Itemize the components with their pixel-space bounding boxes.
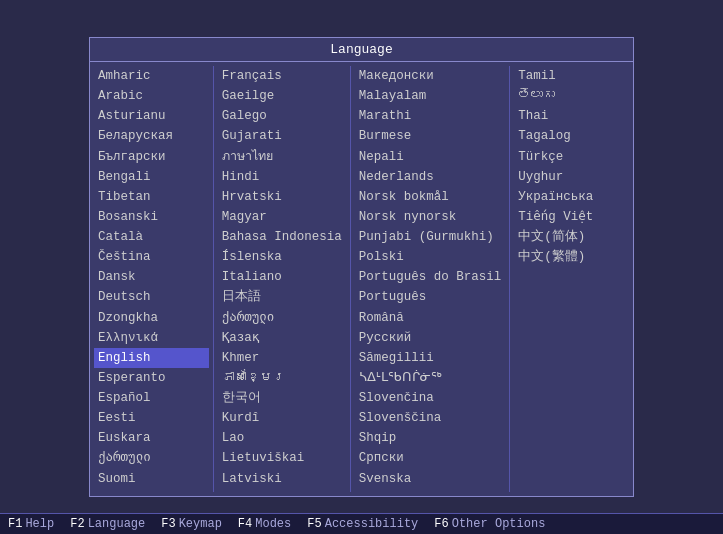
language-item[interactable]: Қазақ — [218, 328, 346, 348]
language-item[interactable]: Македонски — [355, 66, 506, 86]
language-item[interactable]: Ελληνικά — [94, 328, 209, 348]
language-item[interactable]: తెలుగు — [514, 86, 629, 106]
statusbar-label: Keymap — [179, 517, 222, 531]
language-item[interactable]: Suomi — [94, 469, 209, 489]
language-dialog: Language AmharicArabicAsturianuБеларуска… — [89, 37, 634, 497]
dialog-body: AmharicArabicAsturianuБеларускаяБългарск… — [90, 62, 633, 496]
language-item[interactable]: Tibetan — [94, 187, 209, 207]
language-item[interactable]: 한국어 — [218, 388, 346, 408]
statusbar-label: Accessibility — [325, 517, 419, 531]
language-item[interactable]: Bosanski — [94, 207, 209, 227]
language-item[interactable]: Українська — [514, 187, 629, 207]
language-item[interactable]: Hrvatski — [218, 187, 346, 207]
language-item[interactable]: Malayalam — [355, 86, 506, 106]
language-item[interactable]: Galego — [218, 106, 346, 126]
lang-column-2: FrançaisGaeilgeGalegoGujaratiภาษาไทยHind… — [214, 66, 351, 492]
language-item[interactable]: Français — [218, 66, 346, 86]
lang-column-1: AmharicArabicAsturianuБеларускаяБългарск… — [90, 66, 214, 492]
language-item[interactable]: Italiano — [218, 267, 346, 287]
language-item[interactable]: Euskara — [94, 428, 209, 448]
language-item — [514, 287, 629, 289]
language-item[interactable]: ᓴᐃᒻᒪᖃᑎᒌᓃᖅ — [355, 368, 506, 388]
language-item[interactable]: English — [94, 348, 209, 368]
language-item[interactable]: Burmese — [355, 126, 506, 146]
lang-column-3: МакедонскиMalayalamMarathiBurmeseNepaliN… — [351, 66, 511, 492]
language-item[interactable]: Português do Brasil — [355, 267, 506, 287]
language-item[interactable]: Hindi — [218, 167, 346, 187]
language-item[interactable]: Dansk — [94, 267, 209, 287]
language-item[interactable]: Lietuviškai — [218, 448, 346, 468]
language-item[interactable]: Asturianu — [94, 106, 209, 126]
language-item[interactable]: Română — [355, 308, 506, 328]
statusbar-label: Modes — [255, 517, 291, 531]
language-item[interactable]: Bahasa Indonesia — [218, 227, 346, 247]
language-item[interactable]: Amharic — [94, 66, 209, 86]
statusbar-key: F3 — [161, 517, 175, 531]
language-item[interactable]: Español — [94, 388, 209, 408]
statusbar-item-language[interactable]: F2Language — [70, 517, 145, 531]
statusbar-label: Other Options — [452, 517, 546, 531]
language-item[interactable]: Беларуская — [94, 126, 209, 146]
language-item[interactable]: 日本語 — [218, 287, 346, 307]
screen: Language AmharicArabicAsturianuБеларуска… — [0, 0, 723, 534]
statusbar-item-other-options[interactable]: F6Other Options — [434, 517, 545, 531]
language-item[interactable]: Српски — [355, 448, 506, 468]
language-item[interactable]: Khmer — [218, 348, 346, 368]
language-item[interactable]: Lao — [218, 428, 346, 448]
language-item[interactable]: Deutsch — [94, 287, 209, 307]
statusbar-key: F4 — [238, 517, 252, 531]
statusbar-key: F1 — [8, 517, 22, 531]
language-item[interactable]: Kurdî — [218, 408, 346, 428]
statusbar-item-modes[interactable]: F4Modes — [238, 517, 291, 531]
language-item[interactable]: Русский — [355, 328, 506, 348]
statusbar-item-accessibility[interactable]: F5Accessibility — [307, 517, 418, 531]
language-item[interactable]: Norsk nynorsk — [355, 207, 506, 227]
language-item[interactable]: Gaeilge — [218, 86, 346, 106]
language-item[interactable]: Marathi — [355, 106, 506, 126]
language-item[interactable]: Íslenska — [218, 247, 346, 267]
language-item[interactable]: 中文(简体) — [514, 227, 629, 247]
language-item[interactable]: Tagalog — [514, 126, 629, 146]
lang-column-4: TamilతెలుగుThaiTagalogTürkçeUyghurУкраїн… — [510, 66, 633, 492]
language-item[interactable]: ქართული — [218, 308, 346, 328]
language-item[interactable]: Norsk bokmål — [355, 187, 506, 207]
language-item[interactable]: Nederlands — [355, 167, 506, 187]
language-item[interactable]: Tiếng Việt — [514, 207, 629, 227]
language-item[interactable]: Esperanto — [94, 368, 209, 388]
language-item[interactable]: Bengali — [94, 167, 209, 187]
language-item[interactable]: Punjabi (Gurmukhi) — [355, 227, 506, 247]
language-item[interactable]: Gujarati — [218, 126, 346, 146]
language-item[interactable]: 中文(繁體) — [514, 247, 629, 267]
dialog-title: Language — [90, 38, 633, 62]
language-item[interactable]: ភាសាខ្មែរ — [218, 368, 346, 388]
language-item[interactable]: Svenska — [355, 469, 506, 489]
language-item[interactable]: Български — [94, 147, 209, 167]
language-item[interactable]: Uyghur — [514, 167, 629, 187]
language-item[interactable]: Eesti — [94, 408, 209, 428]
language-item[interactable]: Latviski — [218, 469, 346, 489]
statusbar: F1HelpF2LanguageF3KeymapF4ModesF5Accessi… — [0, 513, 723, 534]
language-item[interactable]: ภาษาไทย — [218, 147, 346, 167]
language-item[interactable]: Sāmegillii — [355, 348, 506, 368]
language-item[interactable]: ქართული — [94, 448, 209, 468]
statusbar-label: Language — [88, 517, 146, 531]
language-item[interactable]: Català — [94, 227, 209, 247]
statusbar-key: F6 — [434, 517, 448, 531]
language-item[interactable]: Tamil — [514, 66, 629, 86]
language-item[interactable]: Dzongkha — [94, 308, 209, 328]
language-item[interactable]: Shqip — [355, 428, 506, 448]
language-item[interactable]: Čeština — [94, 247, 209, 267]
language-item[interactable]: Slovenščina — [355, 408, 506, 428]
statusbar-item-keymap[interactable]: F3Keymap — [161, 517, 222, 531]
language-item[interactable]: Magyar — [218, 207, 346, 227]
language-item[interactable]: Türkçe — [514, 147, 629, 167]
language-item[interactable]: Thai — [514, 106, 629, 126]
language-item[interactable]: Slovenčina — [355, 388, 506, 408]
language-item[interactable]: Polski — [355, 247, 506, 267]
statusbar-key: F2 — [70, 517, 84, 531]
statusbar-item-help[interactable]: F1Help — [8, 517, 54, 531]
language-item[interactable]: Nepali — [355, 147, 506, 167]
language-item[interactable]: Português — [355, 287, 506, 307]
language-item[interactable]: Arabic — [94, 86, 209, 106]
statusbar-key: F5 — [307, 517, 321, 531]
